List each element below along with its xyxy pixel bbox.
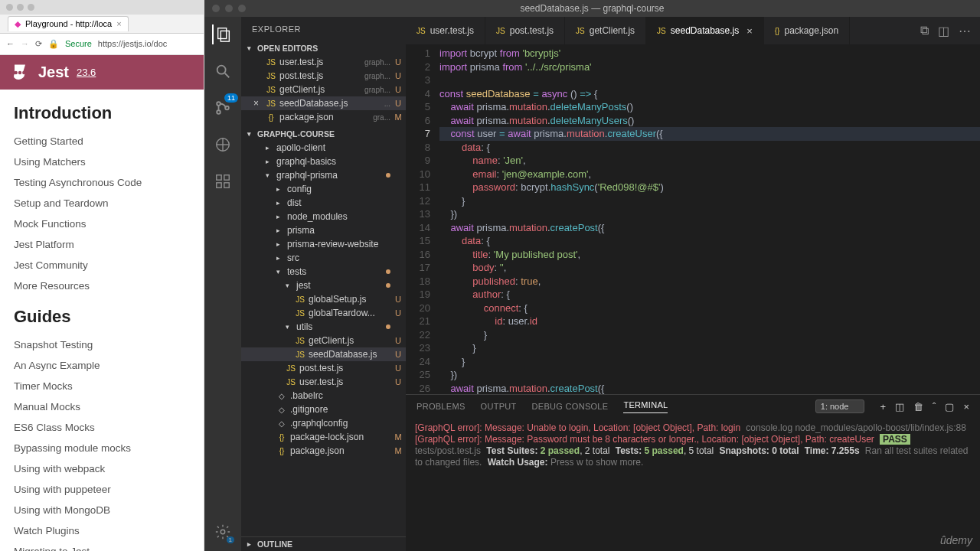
- folder-item[interactable]: ▾utils: [241, 320, 406, 334]
- file-item[interactable]: JSuser.test.jsU: [241, 375, 406, 389]
- folder-item[interactable]: ▾jest: [241, 279, 406, 292]
- explorer-sidebar: EXPLORER ▾OPEN EDITORS JSuser.test.jsgra…: [241, 17, 406, 551]
- docs-link[interactable]: Migrating to Jest: [14, 541, 190, 551]
- open-editor-item[interactable]: JSuser.test.jsgraph...U: [241, 55, 406, 69]
- code-editor[interactable]: 1234567891011121314151617181920212223242…: [406, 44, 980, 394]
- docs-link[interactable]: Timer Mocks: [14, 376, 190, 396]
- bottom-panel: PROBLEMS OUTPUT DEBUG CONSOLE TERMINAL 1…: [406, 394, 980, 551]
- editor-tab[interactable]: JSgetClient.js: [565, 17, 646, 44]
- forward-icon[interactable]: →: [21, 39, 29, 48]
- browser-tab[interactable]: ◆ Playground - http://loca ×: [8, 16, 129, 31]
- close-icon[interactable]: ×: [746, 25, 753, 37]
- new-terminal-icon[interactable]: +: [880, 401, 886, 412]
- outline-section[interactable]: ▸OUTLINE: [241, 536, 406, 551]
- debug-icon[interactable]: [213, 135, 233, 155]
- docs-link[interactable]: Using Matchers: [14, 152, 190, 172]
- svg-rect-16: [224, 183, 229, 187]
- docs-link[interactable]: Jest Community: [14, 255, 190, 276]
- folder-item[interactable]: ▸src: [241, 251, 406, 265]
- docs-link[interactable]: Using with webpack: [14, 458, 190, 479]
- file-item[interactable]: ◇.gitignore: [241, 403, 406, 416]
- docs-link[interactable]: More Resources: [14, 276, 190, 296]
- panel-tab-debug[interactable]: DEBUG CONSOLE: [532, 402, 609, 411]
- close-panel-icon[interactable]: ×: [963, 401, 969, 412]
- traffic-light[interactable]: [225, 5, 233, 12]
- traffic-light[interactable]: [6, 4, 13, 11]
- open-editor-item[interactable]: JSgetClient.jsgraph...U: [241, 83, 406, 96]
- jest-version[interactable]: 23.6: [77, 67, 96, 78]
- docs-link[interactable]: Mock Functions: [14, 214, 190, 234]
- panel-tab-terminal[interactable]: TERMINAL: [623, 400, 668, 413]
- terminal-output[interactable]: [GraphQL error]: Message: Unable to logi…: [406, 418, 980, 551]
- trash-icon[interactable]: 🗑: [913, 401, 923, 412]
- close-icon[interactable]: ×: [116, 19, 121, 28]
- panel-tab-output[interactable]: OUTPUT: [481, 402, 517, 411]
- editor-tab[interactable]: JSuser.test.js: [406, 17, 485, 44]
- split-terminal-icon[interactable]: ◫: [895, 401, 904, 412]
- docs-link[interactable]: Using with MongoDB: [14, 500, 190, 520]
- docs-link[interactable]: Setup and Teardown: [14, 193, 190, 214]
- traffic-light[interactable]: [17, 4, 24, 11]
- tab-title: Playground - http://loca: [25, 19, 112, 28]
- docs-link[interactable]: Jest Platform: [14, 234, 190, 255]
- docs-link[interactable]: Watch Plugins: [14, 520, 190, 541]
- panel-tab-problems[interactable]: PROBLEMS: [416, 402, 466, 411]
- project-section[interactable]: ▾GRAPHQL-COURSE: [241, 127, 406, 141]
- editor-tab[interactable]: JSseedDatabase.js×: [646, 17, 764, 44]
- file-item[interactable]: JSglobalTeardow...U: [241, 306, 406, 320]
- folder-item[interactable]: ▸dist: [241, 196, 406, 210]
- chevron-up-icon[interactable]: ˆ: [933, 401, 936, 412]
- folder-item[interactable]: ▸prisma-review-website: [241, 237, 406, 251]
- file-item[interactable]: ◇.graphqlconfig: [241, 416, 406, 430]
- reload-icon[interactable]: ⟳: [35, 39, 42, 49]
- file-item[interactable]: ◇.babelrc: [241, 389, 406, 403]
- folder-item[interactable]: ▸config: [241, 182, 406, 196]
- editor-tab[interactable]: JSpost.test.js: [485, 17, 565, 44]
- search-icon[interactable]: [213, 61, 233, 81]
- file-item[interactable]: {}package.jsonM: [241, 444, 406, 458]
- docs-link[interactable]: ES6 Class Mocks: [14, 417, 190, 438]
- folder-item[interactable]: ▸apollo-client: [241, 141, 406, 155]
- extensions-icon[interactable]: [213, 171, 233, 191]
- tab-favicon: ◆: [15, 19, 21, 29]
- maximize-panel-icon[interactable]: ▢: [945, 401, 954, 412]
- docs-link[interactable]: Manual Mocks: [14, 396, 190, 417]
- folder-item[interactable]: ▸node_modules: [241, 210, 406, 223]
- docs-link[interactable]: An Async Example: [14, 355, 190, 376]
- folder-item[interactable]: ▾graphql-prisma: [241, 168, 406, 182]
- file-item[interactable]: JSseedDatabase.jsU: [241, 347, 406, 361]
- traffic-light[interactable]: [238, 5, 246, 12]
- docs-link[interactable]: Using with puppeteer: [14, 479, 190, 500]
- docs-link[interactable]: Testing Asynchronous Code: [14, 172, 190, 193]
- traffic-light[interactable]: [212, 5, 220, 12]
- file-item[interactable]: {}package-lock.jsonM: [241, 430, 406, 444]
- editor-tab[interactable]: {}package.json: [764, 17, 850, 44]
- file-item[interactable]: JSglobalSetup.jsU: [241, 292, 406, 306]
- address-bar[interactable]: https://jestjs.io/doc: [98, 39, 168, 48]
- explorer-icon[interactable]: [212, 24, 232, 44]
- code-content[interactable]: import bcrypt from 'bcryptjs' import pri…: [439, 44, 980, 394]
- file-item[interactable]: JSpost.test.jsU: [241, 361, 406, 375]
- split-compare-icon[interactable]: ⧉: [920, 24, 929, 37]
- more-icon[interactable]: ⋯: [959, 24, 971, 38]
- folder-item[interactable]: ▾tests: [241, 265, 406, 279]
- settings-gear-icon[interactable]: 1: [213, 522, 233, 542]
- folder-item[interactable]: ▸prisma: [241, 223, 406, 237]
- docs-link[interactable]: Snapshot Testing: [14, 334, 190, 355]
- terminal-selector[interactable]: 1: node: [815, 399, 865, 413]
- docs-link[interactable]: Getting Started: [14, 131, 190, 152]
- back-icon[interactable]: ←: [6, 39, 15, 48]
- docs-link[interactable]: Bypassing module mocks: [14, 438, 190, 458]
- open-editor-item[interactable]: ×JSseedDatabase.js...U: [241, 96, 406, 110]
- svg-rect-14: [224, 175, 229, 180]
- split-editor-icon[interactable]: ◫: [938, 24, 949, 38]
- open-editor-item[interactable]: JSpost.test.jsgraph...U: [241, 69, 406, 83]
- traffic-light[interactable]: [28, 4, 34, 11]
- file-item[interactable]: JSgetClient.jsU: [241, 334, 406, 347]
- open-editor-item[interactable]: {}package.jsongra...M: [241, 110, 406, 124]
- window-title: seedDatabase.js — graphql-course: [520, 3, 664, 14]
- svg-point-17: [220, 530, 225, 534]
- svg-point-1: [18, 71, 21, 74]
- open-editors-section[interactable]: ▾OPEN EDITORS: [241, 41, 406, 55]
- folder-item[interactable]: ▸graphql-basics: [241, 155, 406, 168]
